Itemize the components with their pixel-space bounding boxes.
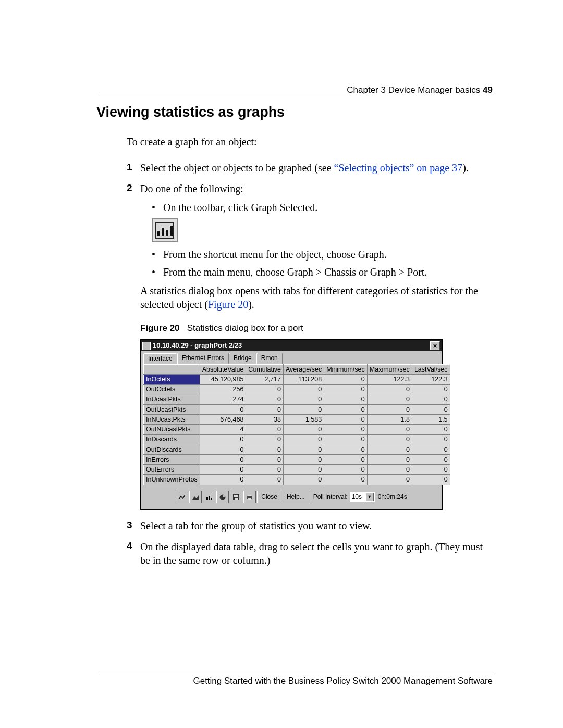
tab-bridge[interactable]: Bridge	[229, 353, 256, 364]
table-cell[interactable]: 1.8	[367, 414, 412, 424]
row-header[interactable]: InOctets	[144, 374, 200, 384]
tab-ethernet-errors[interactable]: Ethernet Errors	[177, 353, 229, 364]
link-selecting-objects[interactable]: “Selecting objects” on page 37	[334, 162, 463, 174]
table-cell[interactable]: 0	[324, 404, 368, 414]
table-cell[interactable]: 0	[200, 454, 246, 464]
statistics-table[interactable]: AbsoluteValue Cumulative Average/sec Min…	[143, 364, 450, 485]
table-cell[interactable]: 0	[246, 435, 284, 445]
link-figure-20[interactable]: Figure 20	[208, 299, 248, 310]
table-cell[interactable]: 0	[412, 425, 450, 435]
table-cell[interactable]: 274	[200, 394, 246, 404]
table-row[interactable]: InUnknownProtos000000	[144, 475, 450, 485]
table-cell[interactable]: 0	[412, 404, 450, 414]
row-header[interactable]: InUnknownProtos	[144, 475, 200, 485]
col-cumulative[interactable]: Cumulative	[246, 364, 284, 374]
table-cell[interactable]: 0	[283, 385, 324, 394]
table-cell[interactable]: 0	[367, 465, 412, 475]
col-lastval[interactable]: LastVal/sec	[412, 364, 450, 374]
table-cell[interactable]: 0	[246, 404, 284, 414]
table-cell[interactable]: 0	[246, 454, 284, 464]
table-cell[interactable]: 0	[412, 394, 450, 404]
table-cell[interactable]: 0	[283, 425, 324, 435]
table-cell[interactable]: 0	[246, 385, 284, 394]
table-cell[interactable]: 676,468	[200, 414, 246, 424]
table-cell[interactable]: 0	[200, 404, 246, 414]
table-cell[interactable]: 0	[324, 425, 368, 435]
row-header[interactable]: InErrors	[144, 454, 200, 464]
row-header[interactable]: InDiscards	[144, 435, 200, 445]
table-cell[interactable]: 45,120,985	[200, 374, 246, 384]
row-header[interactable]: OutDiscards	[144, 445, 200, 454]
col-maximum[interactable]: Maximum/sec	[367, 364, 412, 374]
table-cell[interactable]: 0	[412, 435, 450, 445]
table-cell[interactable]: 0	[200, 475, 246, 485]
close-icon[interactable]: ×	[430, 341, 440, 350]
table-cell[interactable]: 0	[246, 445, 284, 454]
table-cell[interactable]: 0	[200, 435, 246, 445]
table-cell[interactable]: 0	[367, 404, 412, 414]
table-cell[interactable]: 0	[246, 394, 284, 404]
table-cell[interactable]: 256	[200, 385, 246, 394]
table-row[interactable]: InDiscards000000	[144, 435, 450, 445]
table-cell[interactable]: 0	[283, 454, 324, 464]
table-cell[interactable]: 0	[200, 465, 246, 475]
table-row[interactable]: OutErrors000000	[144, 465, 450, 475]
table-cell[interactable]: 0	[324, 374, 368, 384]
table-row[interactable]: InUcastPkts27400000	[144, 394, 450, 404]
row-header[interactable]: OutOctets	[144, 385, 200, 394]
col-minimum[interactable]: Minimum/sec	[324, 364, 368, 374]
table-cell[interactable]: 0	[324, 414, 368, 424]
help-button[interactable]: Help...	[283, 491, 309, 503]
table-cell[interactable]: 0	[324, 445, 368, 454]
table-row[interactable]: InNUcastPkts676,468381.58301.81.5	[144, 414, 450, 424]
table-row[interactable]: InOctets45,120,9852,717113.2080122.3122.…	[144, 374, 450, 384]
table-cell[interactable]: 0	[283, 394, 324, 404]
row-header[interactable]: InNUcastPkts	[144, 414, 200, 424]
table-cell[interactable]: 0	[367, 394, 412, 404]
poll-interval-select[interactable]: 10s ▼	[350, 492, 375, 502]
table-cell[interactable]: 0	[324, 435, 368, 445]
table-cell[interactable]: 0	[283, 465, 324, 475]
table-cell[interactable]: 0	[367, 475, 412, 485]
chart-pie-icon[interactable]	[216, 491, 229, 503]
tab-interface[interactable]: Interface	[143, 353, 177, 364]
table-cell[interactable]: 2,717	[246, 374, 284, 384]
table-cell[interactable]: 0	[283, 435, 324, 445]
table-cell[interactable]: 0	[283, 445, 324, 454]
table-cell[interactable]: 4	[200, 425, 246, 435]
save-icon[interactable]	[230, 491, 242, 503]
row-header[interactable]: OutNUcastPkts	[144, 425, 200, 435]
dialog-titlebar[interactable]: 10.10.40.29 - graphPort 2/23 ×	[141, 340, 442, 351]
table-cell[interactable]: 0	[324, 475, 368, 485]
table-cell[interactable]: 0	[324, 465, 368, 475]
table-cell[interactable]: 1.583	[283, 414, 324, 424]
table-cell[interactable]: 0	[200, 445, 246, 454]
table-cell[interactable]: 38	[246, 414, 284, 424]
table-cell[interactable]: 0	[412, 385, 450, 394]
close-button[interactable]: Close	[257, 491, 282, 503]
table-cell[interactable]: 0	[412, 445, 450, 454]
col-absolutevalue[interactable]: AbsoluteValue	[200, 364, 246, 374]
table-cell[interactable]: 0	[324, 394, 368, 404]
chart-bar-icon[interactable]	[203, 491, 215, 503]
table-cell[interactable]: 0	[367, 454, 412, 464]
chevron-down-icon[interactable]: ▼	[365, 493, 374, 501]
row-header[interactable]: OutErrors	[144, 465, 200, 475]
table-cell[interactable]: 0	[412, 454, 450, 464]
table-cell[interactable]: 0	[324, 454, 368, 464]
row-header[interactable]: OutUcastPkts	[144, 404, 200, 414]
table-row[interactable]: OutDiscards000000	[144, 445, 450, 454]
table-cell[interactable]: 0	[283, 404, 324, 414]
tab-rmon[interactable]: Rmon	[256, 353, 283, 364]
table-cell[interactable]: 0	[367, 435, 412, 445]
table-cell[interactable]: 0	[367, 385, 412, 394]
print-icon[interactable]	[243, 491, 256, 503]
table-row[interactable]: OutOctets25600000	[144, 385, 450, 394]
table-cell[interactable]: 122.3	[367, 374, 412, 384]
table-cell[interactable]: 0	[412, 475, 450, 485]
table-cell[interactable]: 113.208	[283, 374, 324, 384]
chart-line-icon[interactable]	[176, 491, 188, 503]
row-header[interactable]: InUcastPkts	[144, 394, 200, 404]
table-cell[interactable]: 0	[412, 465, 450, 475]
col-average[interactable]: Average/sec	[283, 364, 324, 374]
